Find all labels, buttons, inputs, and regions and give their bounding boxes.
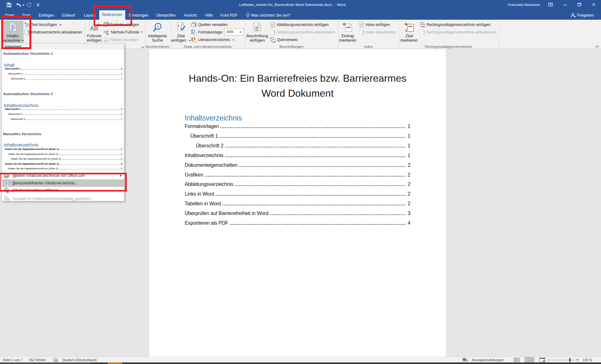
svg-text:1: 1 <box>107 30 109 32</box>
svg-text:(–): (–) <box>178 24 182 28</box>
